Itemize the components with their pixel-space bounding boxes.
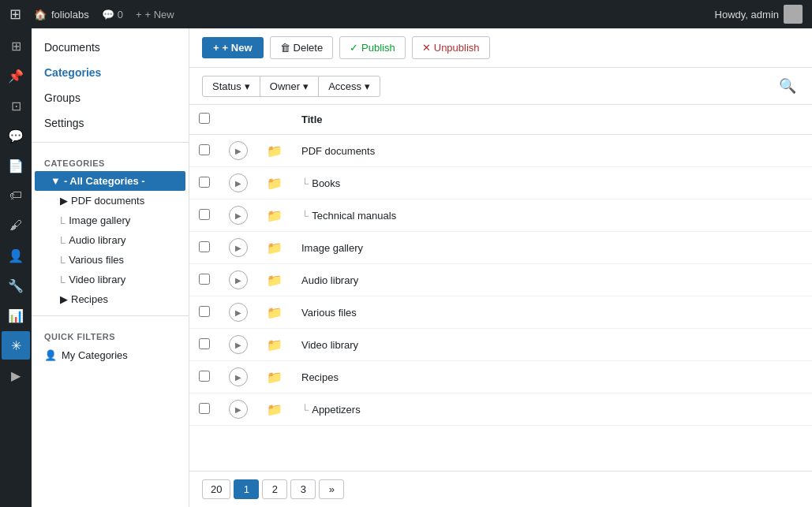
row-title[interactable]: └Technical manuals xyxy=(292,199,812,232)
sidebar-icon-users[interactable]: 👤 xyxy=(2,241,30,270)
play-button[interactable]: ▶ xyxy=(229,238,248,257)
tree-all-categories[interactable]: ▼ - All Categories - xyxy=(35,171,185,191)
page-2-button[interactable]: 2 xyxy=(262,479,287,499)
row-play[interactable]: ▶ xyxy=(219,329,257,361)
avatar[interactable] xyxy=(784,5,803,24)
row-play[interactable]: ▶ xyxy=(219,361,257,393)
tree-video-library[interactable]: L Video library xyxy=(32,270,189,289)
row-title[interactable]: Various files xyxy=(292,296,812,329)
status-filter[interactable]: Status ▾ xyxy=(202,76,260,97)
table-wrap: Title ▶ 📁 PDF documents ▶ 📁 └Books xyxy=(189,105,812,471)
row-check[interactable] xyxy=(189,232,219,264)
indent-icon3: L xyxy=(60,254,65,266)
tree-pdf-documents[interactable]: ▶ PDF documents xyxy=(32,191,189,211)
access-filter[interactable]: Access ▾ xyxy=(318,76,380,97)
sidebar-icon-appearance[interactable]: 🖌 xyxy=(2,211,30,240)
folder-icon: 📁 xyxy=(267,338,283,352)
sidebar-icon-media[interactable]: ⊡ xyxy=(2,91,30,120)
person-icon: 👤 xyxy=(44,349,57,361)
row-title[interactable]: └Books xyxy=(292,167,812,199)
row-title[interactable]: Video library xyxy=(292,329,812,361)
play-button[interactable]: ▶ xyxy=(229,173,248,192)
sidebar-icon-analytics[interactable]: 📊 xyxy=(2,301,30,330)
sidebar-icon-tags[interactable]: 🏷 xyxy=(2,181,30,210)
row-title[interactable]: └Appetizers xyxy=(292,393,812,426)
play-button[interactable]: ▶ xyxy=(229,270,248,289)
select-all-checkbox[interactable] xyxy=(199,113,210,124)
row-play[interactable]: ▶ xyxy=(219,393,257,426)
row-checkbox[interactable] xyxy=(199,274,210,285)
row-play[interactable]: ▶ xyxy=(219,296,257,329)
folder-icon: 📁 xyxy=(267,274,283,287)
row-check[interactable] xyxy=(189,167,219,199)
play-button[interactable]: ▶ xyxy=(229,206,248,225)
nav-item-categories[interactable]: Categories xyxy=(32,60,189,85)
tree-recipes[interactable]: ▶ Recipes xyxy=(32,289,189,309)
nav-item-settings[interactable]: Settings xyxy=(32,110,189,136)
site-nav[interactable]: 🏠 foliolabs xyxy=(34,9,89,21)
row-folder: 📁 xyxy=(257,361,292,393)
comments-nav[interactable]: 💬 0 xyxy=(102,9,123,21)
row-checkbox[interactable] xyxy=(199,338,210,349)
page-3-button[interactable]: 3 xyxy=(290,479,316,499)
sidebar-icon-comments[interactable]: 💬 xyxy=(2,121,30,150)
play-button[interactable]: ▶ xyxy=(229,400,248,419)
row-checkbox[interactable] xyxy=(199,209,210,220)
search-icon[interactable]: 🔍 xyxy=(776,74,799,98)
play-button[interactable]: ▶ xyxy=(229,335,248,354)
row-checkbox[interactable] xyxy=(199,241,210,252)
row-check[interactable] xyxy=(189,329,219,361)
row-checkbox[interactable] xyxy=(199,144,210,155)
row-check[interactable] xyxy=(189,264,219,296)
site-name[interactable]: foliolabs xyxy=(51,9,89,21)
row-check[interactable] xyxy=(189,361,219,393)
row-checkbox[interactable] xyxy=(199,371,210,382)
publish-button[interactable]: ✓ Publish xyxy=(339,36,406,59)
trash-icon: 🗑 xyxy=(280,42,290,54)
row-title[interactable]: Image gallery xyxy=(292,232,812,264)
sidebar-icon-pages[interactable]: 📄 xyxy=(2,151,30,180)
delete-button[interactable]: 🗑 Delete xyxy=(270,36,334,59)
nav-item-documents[interactable]: Documents xyxy=(32,35,189,60)
row-play[interactable]: ▶ xyxy=(219,232,257,264)
tree-various-files[interactable]: L Various files xyxy=(32,250,189,270)
row-play[interactable]: ▶ xyxy=(219,167,257,199)
sidebar-icon-play[interactable]: ▶ xyxy=(2,361,30,390)
tree-image-gallery[interactable]: L Image gallery xyxy=(32,211,189,230)
row-checkbox[interactable] xyxy=(199,177,210,188)
page-next-button[interactable]: » xyxy=(319,479,344,499)
row-play[interactable]: ▶ xyxy=(219,135,257,167)
tree-audio-library[interactable]: L Audio library xyxy=(32,230,189,250)
select-all-header[interactable] xyxy=(189,105,219,135)
icon-sidebar: ⊞ 📌 ⊡ 💬 📄 🏷 🖌 👤 🔧 📊 ✳ ▶ xyxy=(0,28,32,507)
indent-icon: L xyxy=(60,214,65,226)
row-check[interactable] xyxy=(189,135,219,167)
row-check[interactable] xyxy=(189,296,219,329)
row-title[interactable]: PDF documents xyxy=(292,135,812,167)
row-check[interactable] xyxy=(189,199,219,232)
row-title[interactable]: Audio library xyxy=(292,264,812,296)
sidebar-icon-tools[interactable]: 🔧 xyxy=(2,271,30,300)
analytics-icon: 📊 xyxy=(8,308,24,323)
topbar-new-button[interactable]: + + New xyxy=(136,9,174,21)
sidebar-icon-pin[interactable]: 📌 xyxy=(2,62,30,90)
wp-logo[interactable]: ⊞ xyxy=(9,6,21,23)
sidebar-icon-dashboard[interactable]: ⊞ xyxy=(2,32,30,60)
row-play[interactable]: ▶ xyxy=(219,264,257,296)
page-1-button[interactable]: 1 xyxy=(234,479,259,499)
nav-item-groups[interactable]: Groups xyxy=(32,85,189,110)
new-button[interactable]: + + New xyxy=(202,37,264,58)
row-checkbox[interactable] xyxy=(199,403,210,414)
row-play[interactable]: ▶ xyxy=(219,199,257,232)
row-title[interactable]: Recipes xyxy=(292,361,812,393)
content-area: + + New 🗑 Delete ✓ Publish ✕ Unpublish S… xyxy=(189,28,812,507)
row-check[interactable] xyxy=(189,393,219,426)
unpublish-button[interactable]: ✕ Unpublish xyxy=(412,36,490,59)
play-button[interactable]: ▶ xyxy=(229,141,248,160)
play-button[interactable]: ▶ xyxy=(229,303,248,322)
play-button[interactable]: ▶ xyxy=(229,367,248,386)
row-checkbox[interactable] xyxy=(199,306,210,317)
qf-my-categories[interactable]: 👤 My Categories xyxy=(32,345,189,366)
owner-filter[interactable]: Owner ▾ xyxy=(260,76,319,97)
sidebar-icon-shuriken[interactable]: ✳ xyxy=(2,331,30,360)
